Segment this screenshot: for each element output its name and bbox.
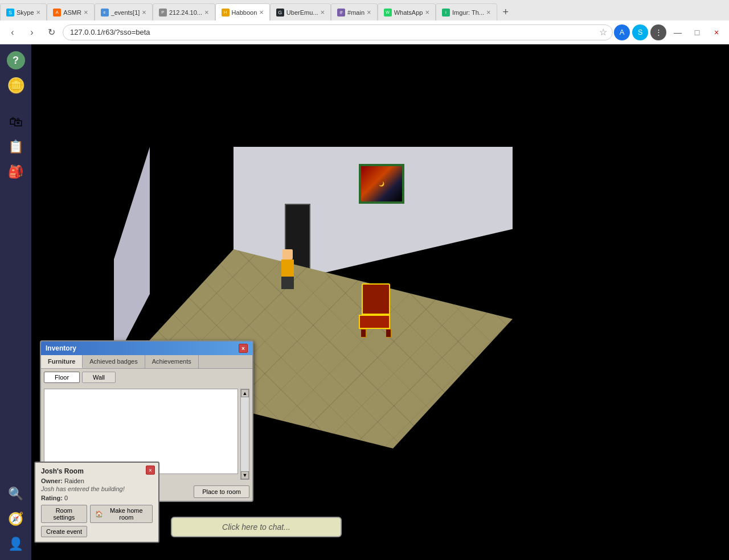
throne-leg-left: [361, 329, 366, 337]
tab-title-212: 212.24.10...: [169, 9, 202, 16]
inventory-tab-achievements[interactable]: Achievements: [145, 355, 199, 368]
abp-extension[interactable]: A: [614, 24, 630, 40]
tab-title-uberemu: UberEmu...: [286, 9, 318, 16]
sidebar-item-navigate[interactable]: 🧭: [6, 509, 26, 529]
throne-back: [362, 283, 390, 315]
tab-close-imgur[interactable]: ×: [486, 8, 491, 17]
tab-favicon-imgur: i: [442, 9, 450, 17]
tab-asmr[interactable]: A ASMR ×: [47, 3, 94, 20]
bookmark-star[interactable]: ☆: [599, 27, 607, 38]
inventory-subtab-wall[interactable]: Wall: [82, 372, 116, 383]
scroll-down-button[interactable]: ▼: [241, 471, 249, 479]
wall-picture: 🌙: [359, 164, 404, 204]
sidebar-item-inventory[interactable]: 🎒: [6, 162, 26, 182]
tab-close-uberemu[interactable]: ×: [321, 8, 325, 17]
maximize-button[interactable]: □: [689, 24, 705, 40]
tab-favicon-212: P: [159, 9, 167, 17]
info-buttons: Room settings 🏠 Make home room Create ev…: [41, 505, 153, 537]
inventory-scrollbar: ▲ ▼: [240, 389, 249, 480]
scroll-up-button[interactable]: ▲: [241, 389, 249, 397]
browser-chrome: S Skype × A ASMR × e _events[1] × P 212.…: [0, 0, 729, 44]
help-icon: ?: [7, 51, 25, 69]
inventory-titlebar: Inventory ×: [41, 341, 252, 355]
throne-leg-right: [386, 329, 391, 337]
sidebar-item-shop[interactable]: 🛍: [6, 112, 26, 132]
inventory-subtab-floor[interactable]: Floor: [44, 372, 80, 383]
tab-title-imgur: Imgur: Th...: [452, 9, 484, 16]
inventory-subtabs: Floor Wall: [41, 369, 252, 386]
tab-bar: S Skype × A ASMR × e _events[1] × P 212.…: [0, 0, 729, 20]
tab-close-events[interactable]: ×: [142, 8, 146, 17]
create-event-button[interactable]: Create event: [41, 526, 87, 537]
inventory-tab-badges[interactable]: Achieved badges: [83, 355, 145, 368]
info-btn-row-2: Create event: [41, 526, 153, 537]
chat-input-area[interactable]: Click here to chat...: [171, 517, 342, 537]
sidebar-item-catalog[interactable]: 📋: [6, 137, 26, 157]
tab-events[interactable]: e _events[1] ×: [95, 3, 153, 20]
place-room-button[interactable]: Place to room: [194, 485, 249, 498]
skype-extension[interactable]: S: [632, 24, 648, 40]
tab-close-whatsapp[interactable]: ×: [425, 8, 429, 17]
tab-close-212[interactable]: ×: [204, 8, 209, 17]
tab-favicon-skype: S: [6, 9, 14, 17]
tab-close-asmr[interactable]: ×: [84, 8, 88, 17]
owner-name: Raiden: [64, 477, 84, 484]
char-legs: [281, 277, 294, 289]
tab-favicon-whatsapp: W: [384, 9, 392, 17]
throne-furniture: [359, 283, 393, 335]
tab-skype[interactable]: S Skype ×: [0, 3, 47, 20]
scroll-track[interactable]: [241, 397, 249, 471]
extensions-area: A S ⋮: [614, 24, 666, 40]
owner-label: Owner:: [41, 477, 63, 484]
minimize-button[interactable]: —: [670, 24, 686, 40]
tab-212[interactable]: P 212.24.10... ×: [153, 3, 215, 20]
room-title: Josh's Room: [41, 467, 153, 475]
tab-title-events: _events[1]: [111, 9, 140, 16]
sidebar-item-search[interactable]: 🔍: [6, 484, 26, 504]
close-window-button[interactable]: ×: [708, 24, 724, 40]
address-bar[interactable]: [63, 24, 613, 40]
tab-title-skype: Skype: [17, 9, 34, 16]
tab-close-main[interactable]: ×: [367, 8, 371, 17]
sidebar-item-help[interactable]: ?: [6, 50, 26, 71]
sidebar-item-coins[interactable]: 🪙: [6, 75, 26, 96]
char-body: [281, 260, 294, 277]
sidebar-item-profile[interactable]: 👤: [6, 534, 26, 554]
tab-imgur[interactable]: i Imgur: Th... ×: [436, 3, 497, 20]
menu-button[interactable]: ⋮: [650, 24, 666, 40]
coins-icon: 🪙: [7, 77, 25, 94]
tab-main[interactable]: # #main ×: [331, 3, 378, 20]
throne-seat: [359, 315, 390, 329]
tab-title-asmr: ASMR: [63, 9, 81, 16]
info-close-button[interactable]: ×: [146, 466, 155, 475]
shop-icon: 🛍: [9, 114, 23, 130]
tab-favicon-habboon: H: [222, 9, 230, 17]
rating-value: 0: [64, 495, 68, 501]
inventory-tab-furniture[interactable]: Furniture: [41, 355, 83, 368]
tab-whatsapp[interactable]: W WhatsApp ×: [378, 3, 436, 20]
room-rating: Rating: 0: [41, 495, 153, 501]
new-tab-button[interactable]: +: [497, 3, 514, 20]
inventory-close-button[interactable]: ×: [239, 344, 248, 353]
tab-uberemu[interactable]: G UberEmu... ×: [270, 3, 331, 20]
character-josh: [279, 249, 296, 289]
refresh-button[interactable]: ↻: [43, 24, 59, 40]
forward-button[interactable]: ›: [24, 24, 40, 40]
tab-favicon-events: e: [101, 9, 109, 17]
home-icon: 🏠: [95, 510, 103, 518]
room-message: Josh has entered the building!: [41, 485, 153, 492]
throne-legs: [359, 329, 393, 337]
tab-close-skype[interactable]: ×: [36, 8, 41, 17]
make-home-room-button[interactable]: 🏠 Make home room: [90, 505, 153, 523]
room-owner: Owner: Raiden: [41, 477, 153, 484]
back-button[interactable]: ‹: [5, 24, 21, 40]
room-settings-button[interactable]: Room settings: [41, 505, 87, 523]
tab-title-main: #main: [347, 9, 364, 16]
search-icon: 🔍: [8, 487, 23, 501]
tab-close-habboon[interactable]: ×: [259, 8, 264, 17]
tab-title-whatsapp: WhatsApp: [394, 9, 423, 16]
catalog-icon: 📋: [8, 139, 23, 154]
char-head: [282, 249, 293, 260]
tab-habboon[interactable]: H Habboon ×: [215, 3, 270, 20]
inventory-icon: 🎒: [8, 164, 23, 179]
